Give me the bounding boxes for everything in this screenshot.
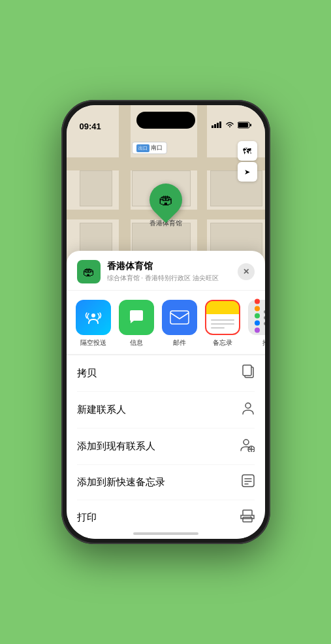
svg-rect-1 bbox=[214, 124, 216, 128]
bottom-sheet: 🏟 香港体育馆 综合体育馆 · 香港特别行政区 油尖旺区 ✕ bbox=[67, 251, 265, 539]
action-new-contact[interactable]: 新建联系人 bbox=[77, 392, 255, 428]
svg-rect-20 bbox=[243, 510, 252, 515]
airdrop-label: 隔空投送 bbox=[80, 338, 106, 347]
svg-rect-8 bbox=[170, 311, 189, 324]
venue-header: 🏟 香港体育馆 综合体育馆 · 香港特别行政区 油尖旺区 ✕ bbox=[67, 251, 265, 291]
dot-1 bbox=[255, 299, 260, 304]
svg-rect-3 bbox=[219, 121, 221, 128]
share-mail[interactable]: 邮件 bbox=[161, 300, 198, 347]
action-copy-label: 拷贝 bbox=[77, 367, 97, 379]
notes-line-1 bbox=[211, 319, 234, 321]
more-label: 推 bbox=[262, 338, 265, 347]
notes-label: 备忘录 bbox=[213, 338, 232, 347]
map-controls: 🗺 ➤ bbox=[238, 141, 257, 182]
phone-frame: 09:41 bbox=[61, 100, 270, 544]
svg-point-12 bbox=[244, 440, 249, 445]
note-icon bbox=[242, 474, 255, 491]
status-icons bbox=[212, 120, 252, 133]
share-row: 隔空投送 信息 bbox=[67, 291, 265, 355]
venue-info: 香港体育馆 综合体育馆 · 香港特别行政区 油尖旺区 bbox=[107, 261, 238, 283]
svg-rect-0 bbox=[212, 125, 213, 128]
close-button[interactable]: ✕ bbox=[238, 263, 255, 280]
svg-rect-21 bbox=[243, 517, 252, 522]
action-add-contact[interactable]: 添加到现有联系人 bbox=[77, 428, 255, 465]
stadium-marker: 🏟 香港体育馆 bbox=[150, 184, 182, 228]
colored-dots bbox=[255, 299, 260, 333]
home-indicator bbox=[133, 532, 198, 535]
exit-name: 南口 bbox=[151, 144, 163, 152]
mail-label: 邮件 bbox=[173, 338, 186, 347]
person-icon bbox=[242, 401, 255, 419]
dot-5 bbox=[255, 328, 260, 333]
action-new-contact-label: 新建联系人 bbox=[77, 404, 126, 416]
svg-rect-6 bbox=[250, 124, 251, 127]
notes-line-2 bbox=[211, 323, 234, 325]
wifi-icon bbox=[225, 121, 234, 130]
svg-point-11 bbox=[245, 403, 251, 408]
location-button[interactable]: ➤ bbox=[238, 162, 257, 182]
action-add-contact-label: 添加到现有联系人 bbox=[77, 440, 155, 453]
dot-4 bbox=[255, 321, 260, 326]
exit-badge: 出口 bbox=[136, 144, 150, 152]
notes-line-3 bbox=[211, 327, 225, 329]
battery-icon bbox=[238, 120, 252, 131]
map-layer-button[interactable]: 🗺 bbox=[238, 141, 257, 161]
svg-rect-10 bbox=[243, 365, 251, 376]
share-row-container: 隔空投送 信息 bbox=[67, 291, 265, 355]
share-messages[interactable]: 信息 bbox=[118, 300, 155, 347]
airdrop-icon-box bbox=[76, 300, 111, 335]
map-block-1 bbox=[80, 170, 112, 206]
dot-2 bbox=[255, 306, 260, 312]
action-copy[interactable]: 拷贝 bbox=[77, 355, 255, 392]
notes-icon-box bbox=[205, 300, 240, 335]
messages-icon-box bbox=[119, 300, 154, 335]
svg-point-22 bbox=[250, 517, 251, 518]
svg-rect-5 bbox=[238, 123, 248, 127]
person-add-icon bbox=[240, 438, 255, 455]
map-exit-label: 出口 南口 bbox=[132, 142, 167, 154]
action-quick-note[interactable]: 添加到新快速备忘录 bbox=[77, 465, 255, 500]
copy-icon bbox=[242, 364, 255, 382]
dot-3 bbox=[255, 314, 260, 319]
venue-subtitle: 综合体育馆 · 香港特别行政区 油尖旺区 bbox=[107, 274, 238, 283]
phone-screen: 09:41 bbox=[67, 105, 265, 539]
venue-icon: 🏟 bbox=[77, 260, 101, 283]
marker-pin: 🏟 bbox=[142, 177, 189, 223]
venue-name: 香港体育馆 bbox=[107, 261, 238, 272]
share-airdrop[interactable]: 隔空投送 bbox=[74, 300, 112, 347]
signal-icon bbox=[212, 121, 222, 129]
action-print-label: 打印 bbox=[77, 511, 97, 524]
action-quick-note-label: 添加到新快速备忘录 bbox=[77, 476, 165, 489]
share-notes[interactable]: 备忘录 bbox=[204, 300, 242, 347]
stadium-icon: 🏟 bbox=[159, 191, 173, 208]
svg-rect-16 bbox=[242, 475, 254, 487]
messages-label: 信息 bbox=[130, 338, 143, 347]
action-list: 拷贝 新建联系人 bbox=[67, 355, 265, 539]
print-icon bbox=[240, 509, 255, 526]
status-time: 09:41 bbox=[80, 121, 101, 133]
mail-icon-box bbox=[162, 300, 197, 335]
dynamic-island bbox=[136, 112, 195, 129]
svg-rect-2 bbox=[217, 123, 219, 128]
svg-point-7 bbox=[91, 314, 95, 317]
road-horizontal-1 bbox=[67, 157, 265, 170]
